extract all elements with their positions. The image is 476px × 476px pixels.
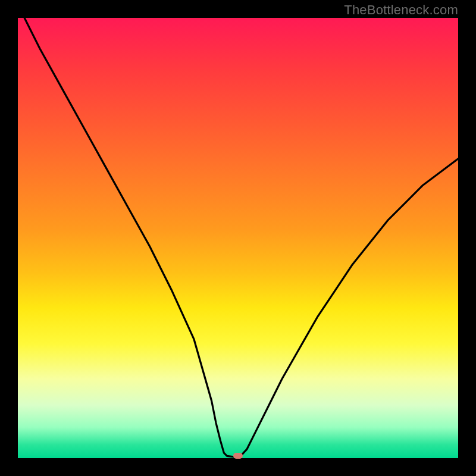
optimum-marker <box>233 453 243 459</box>
bottleneck-curve <box>24 18 458 457</box>
watermark-text: TheBottleneck.com <box>344 2 458 18</box>
plot-area <box>18 18 458 458</box>
curve-layer <box>18 18 458 458</box>
chart-frame: TheBottleneck.com <box>0 0 476 476</box>
